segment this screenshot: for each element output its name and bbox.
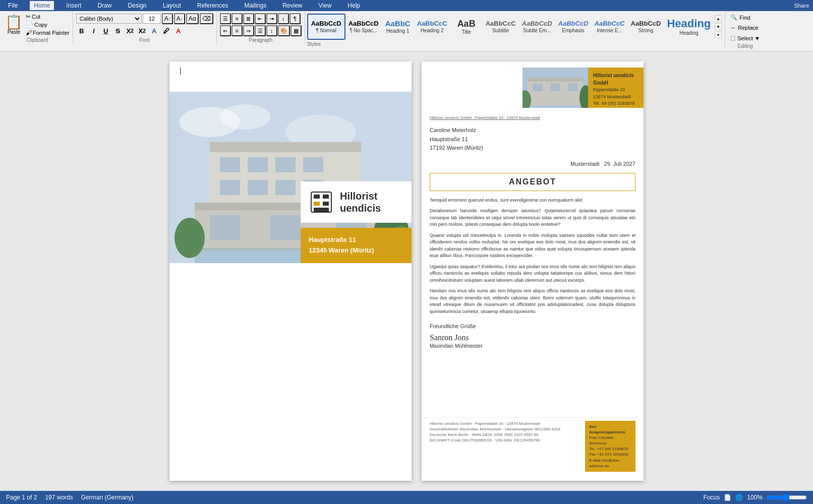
recipient-city: 17192 Waren (Müritz) xyxy=(430,144,644,153)
view-web-icon[interactable]: 🌐 xyxy=(735,494,743,501)
footer-box-label: Ihre Ansprechpartnerin xyxy=(589,424,631,435)
zoom-slider[interactable] xyxy=(767,493,807,501)
letterhead: Hillorist uendicis GmbH Papierstädte 33 … xyxy=(422,68,644,108)
font-color-button[interactable]: A xyxy=(173,25,184,36)
ribbon-tab-insert[interactable]: Insert xyxy=(62,1,85,10)
svg-rect-33 xyxy=(550,84,560,91)
paste-button[interactable]: 📋 Paste xyxy=(5,15,23,35)
styles-scroll-down[interactable]: ▼ xyxy=(715,23,722,30)
ribbon-tab-references[interactable]: References xyxy=(193,1,232,10)
underline-button[interactable]: U xyxy=(100,25,111,36)
ribbon-tab-design[interactable]: Design xyxy=(124,1,150,10)
highlight-color-button[interactable]: 🖊 xyxy=(161,25,172,36)
text-effects-button[interactable]: A xyxy=(149,25,160,36)
style-heading1[interactable]: AaBbC Heading 1 xyxy=(382,14,414,40)
superscript-button[interactable]: X2 xyxy=(137,25,148,36)
page-top-margin: | xyxy=(169,61,412,92)
justify-button[interactable]: ☰ xyxy=(255,25,266,36)
styles-scrollbar[interactable]: ▲ ▼ ▾ xyxy=(714,13,723,40)
style-h1-preview: AaBbC xyxy=(385,20,411,27)
format-painter-button[interactable]: 🖌 Format Painter xyxy=(26,29,70,36)
select-icon: ⬚ xyxy=(730,35,735,41)
style-normal-label: ¶ Normal xyxy=(316,28,336,33)
svg-rect-12 xyxy=(275,180,296,195)
borders-button[interactable]: ▦ xyxy=(291,25,302,36)
footer-box-name: Frau Caroline Meierholz xyxy=(589,435,631,446)
ribbon-tab-review[interactable]: Review xyxy=(278,1,306,10)
ribbon-tab-file[interactable]: File xyxy=(4,1,22,10)
paste-label: Paste xyxy=(8,29,21,35)
font-size-increase-button[interactable]: A↑ xyxy=(162,13,173,24)
subscript-button[interactable]: X2 xyxy=(125,25,136,36)
style-intensee-label: Intense E... xyxy=(597,28,622,33)
style-subtle-em[interactable]: AaBbCcD Subtle Em... xyxy=(519,14,555,40)
share-button[interactable]: Share xyxy=(794,3,809,9)
style-headingbig-label: Heading xyxy=(679,30,698,36)
style-normal[interactable]: AaBbCcD ¶ Normal xyxy=(307,14,345,40)
bullets-button[interactable]: ☰ xyxy=(220,13,231,24)
find-button[interactable]: 🔍 Find xyxy=(728,13,762,22)
style-subtitle[interactable]: AaBbCcC Subtitle xyxy=(483,14,519,40)
styles-scroll-expand[interactable]: ▾ xyxy=(715,31,722,38)
line-spacing-button[interactable]: ↕ xyxy=(266,25,277,36)
bold-button[interactable]: B xyxy=(76,25,87,36)
italic-button[interactable]: I xyxy=(88,25,99,36)
align-center-button[interactable]: ≡ xyxy=(231,25,243,36)
cut-label: Cut xyxy=(32,14,40,20)
select-button[interactable]: ⬚ Select ▼ xyxy=(728,34,762,42)
styles-scroll-up[interactable]: ▲ xyxy=(715,15,722,22)
style-strong-preview: AaBbCcD xyxy=(631,20,661,27)
footer-box-tel: Tel. +47 349 2190878 xyxy=(589,446,631,452)
replace-button[interactable]: ↔ Replace xyxy=(728,24,762,32)
ribbon-tab-draw[interactable]: Draw xyxy=(93,1,115,10)
style-title-preview: AaB xyxy=(457,19,476,28)
sort-button[interactable]: ↕ xyxy=(278,13,289,24)
ribbon-tab-mailings[interactable]: Mailings xyxy=(240,1,270,10)
font-size-input[interactable] xyxy=(143,14,161,24)
increase-indent-button[interactable]: ⇥ xyxy=(266,13,277,24)
svg-point-20 xyxy=(175,218,205,258)
align-right-button[interactable]: ⇒ xyxy=(243,25,254,36)
cut-button[interactable]: ✂ Cut xyxy=(26,13,70,20)
footer-bar: Hillorist uendicis GmbH · Papierstädte 3… xyxy=(422,417,644,475)
numbering-button[interactable]: ≡ xyxy=(231,13,243,24)
style-heading-big[interactable]: Heading Heading xyxy=(664,14,714,40)
status-bar: Page 1 of 2 197 words German (Germany) F… xyxy=(0,491,813,504)
style-strong[interactable]: AaBbCcD Strong xyxy=(628,14,664,40)
style-heading2[interactable]: AaBbCcC Heading 2 xyxy=(414,14,450,40)
select-label: Select ▼ xyxy=(737,35,760,41)
clipboard-group: 📋 Paste ✂ Cut 📄 Copy 🖌 Format Painter xyxy=(2,12,73,44)
word-count: 197 words xyxy=(45,494,73,501)
show-marks-button[interactable]: ¶ xyxy=(289,13,301,24)
styles-label: Styles xyxy=(307,41,321,47)
svg-rect-26 xyxy=(314,202,320,206)
ribbon-tab-help[interactable]: Help xyxy=(343,1,364,10)
shading-button[interactable]: 🎨 xyxy=(278,25,290,36)
cursor-area[interactable]: | xyxy=(169,61,412,80)
document-area: | xyxy=(0,51,813,491)
copy-button[interactable]: 📄 Copy xyxy=(26,21,70,28)
focus-button[interactable]: Focus xyxy=(704,494,720,501)
style-intense-e[interactable]: AaBbCcC Intense E... xyxy=(592,14,628,40)
font-name-select[interactable]: Calibri (Body) xyxy=(76,14,142,24)
font-size-decrease-button[interactable]: A↓ xyxy=(174,13,185,24)
view-print-icon[interactable]: 📄 xyxy=(724,494,731,501)
style-title[interactable]: AaB Title xyxy=(450,14,483,40)
align-left-button[interactable]: ⇐ xyxy=(220,25,231,36)
multilevel-list-button[interactable]: ≣ xyxy=(243,13,254,24)
font-label: Font xyxy=(140,37,150,43)
ribbon-tab-layout[interactable]: Layout xyxy=(159,1,185,10)
letterhead-address: Papierstädte 33 13874 Musterstadt xyxy=(593,87,638,100)
company-name: Hillorist uendicis xyxy=(340,190,403,214)
style-emphasis[interactable]: AaBbCcD Emphasis xyxy=(555,14,592,40)
date-value: 29. Juli 2027 xyxy=(604,161,635,167)
page-right: Hillorist uendicis GmbH Papierstädte 33 … xyxy=(422,61,644,481)
clear-format-button[interactable]: ⌫ xyxy=(200,13,213,24)
ribbon-tab-view[interactable]: View xyxy=(315,1,336,10)
svg-rect-10 xyxy=(220,180,240,195)
decrease-indent-button[interactable]: ⇤ xyxy=(255,13,266,24)
style-no-spacing[interactable]: AaBbCcD ¶ No Spac... xyxy=(345,14,382,40)
change-case-button[interactable]: Aα xyxy=(186,13,199,24)
ribbon-tab-home[interactable]: Home xyxy=(30,1,54,10)
strikethrough-button[interactable]: S xyxy=(112,25,124,36)
